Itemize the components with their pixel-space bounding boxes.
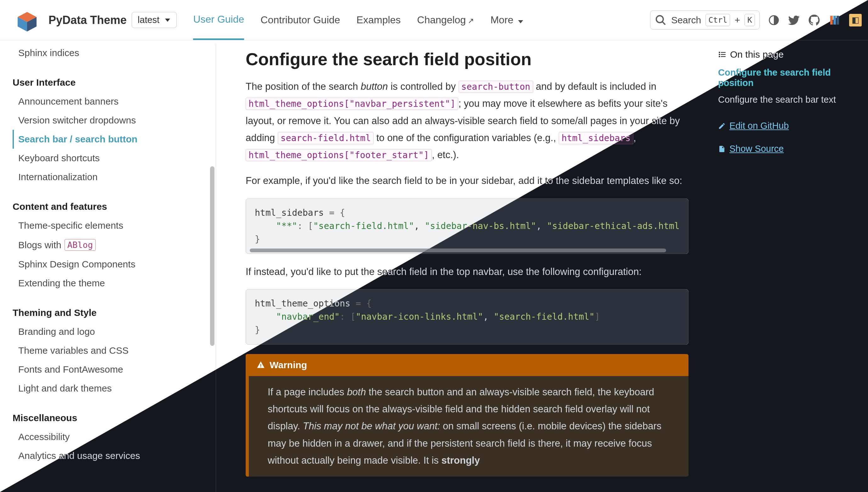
search-button[interactable]: Search Ctrl + K [650, 10, 760, 30]
sidebar-item-i18n[interactable]: Internationalization [13, 168, 209, 187]
pencil-icon [718, 122, 726, 130]
code-literal: html_theme_options["navbar_persistent"] [246, 98, 458, 110]
nav-changelog-label: Changelog [417, 14, 466, 26]
svg-rect-27 [261, 366, 261, 367]
nav-user-guide[interactable]: User Guide [193, 0, 244, 40]
version-label: latest [138, 15, 159, 25]
sidebar-item-extending[interactable]: Extending the theme [13, 274, 209, 293]
sidebar-item-keyboard-shortcuts[interactable]: Keyboard shortcuts [13, 149, 209, 168]
theme-toggle-icon[interactable] [768, 14, 780, 26]
nav-examples[interactable]: Examples [356, 1, 401, 39]
twitter-icon[interactable] [788, 14, 800, 26]
code-literal: search-field.html [278, 132, 374, 144]
list-icon [718, 50, 726, 58]
sidebar-item-sphinx-design[interactable]: Sphinx Design Components [13, 255, 209, 274]
header: PyData Theme latest User Guide Contribut… [0, 0, 868, 40]
sidebar-item-sphinx-indices[interactable]: Sphinx indices [13, 44, 209, 63]
sidebar-item-version-switcher[interactable]: Version switcher dropdowns [13, 111, 209, 130]
svg-line-4 [662, 21, 666, 25]
logo-area[interactable]: PyData Theme [11, 7, 127, 34]
show-source-link[interactable]: Show Source [718, 144, 859, 154]
svg-rect-12 [721, 52, 726, 53]
version-dropdown[interactable]: latest [132, 12, 177, 28]
code-literal: search-button [458, 81, 533, 93]
nav-more[interactable]: More [490, 1, 523, 39]
warning-title: Warning [249, 354, 689, 376]
site-title: PyData Theme [49, 14, 127, 27]
sidebar-item-branding[interactable]: Branding and logo [13, 322, 209, 341]
sidebar-item-fonts[interactable]: Fonts and FontAwesome [13, 360, 209, 379]
ablog-chip: ABlog [65, 239, 96, 251]
search-label: Search [671, 15, 701, 26]
sidebar-item-announcement[interactable]: Announcement banners [13, 92, 209, 111]
chevron-down-icon [165, 19, 170, 22]
chevron-down-icon [518, 20, 523, 23]
code-literal: html_theme_options["footer_start"] [246, 149, 432, 161]
sidebar-item-search-bar[interactable]: Search bar / search button [13, 130, 209, 149]
svg-point-15 [719, 56, 720, 57]
github-icon[interactable] [808, 14, 820, 26]
scrollbar-thumb[interactable] [210, 166, 215, 346]
svg-point-13 [719, 54, 720, 55]
svg-point-3 [656, 16, 663, 22]
sidebar-heading-ui: User Interface [13, 73, 209, 92]
label-text: Blogs with [18, 240, 61, 250]
svg-rect-14 [721, 54, 726, 55]
sidebar-heading-content: Content and features [13, 197, 209, 216]
sidebar-heading-theming: Theming and Style [13, 303, 209, 322]
edit-on-github-link[interactable]: Edit on GitHub [718, 121, 859, 131]
warning-admonition: Warning If a page includes both the sear… [246, 354, 689, 476]
toc-item-configure-text[interactable]: Configure the search bar text [718, 91, 859, 108]
sidebar-item-theme-elements[interactable]: Theme-specific elements [13, 216, 209, 235]
external-link-icon: ↗ [468, 16, 474, 25]
svg-rect-16 [721, 56, 726, 57]
nav-more-label: More [490, 14, 513, 26]
nav-changelog[interactable]: Changelog↗ [417, 1, 474, 39]
search-icon [655, 14, 667, 26]
sidebar-item-blogs-ablog[interactable]: Blogs with ABlog [13, 235, 209, 255]
main-nav: User Guide Contributor Guide Examples Ch… [193, 0, 523, 40]
page-title: Configure the search field position [246, 49, 689, 69]
app-favicon-icon[interactable]: ◧ [849, 14, 862, 26]
kbd-ctrl: Ctrl [705, 14, 730, 26]
file-icon [718, 145, 726, 153]
kbd-plus: + [735, 15, 740, 26]
svg-rect-26 [261, 364, 261, 366]
nav-contributor-guide[interactable]: Contributor Guide [261, 1, 340, 39]
warning-icon [256, 361, 265, 369]
kbd-k: K [745, 14, 755, 26]
right-sidebar: On this page Configure the search field … [711, 40, 868, 492]
sidebar-item-theme-vars[interactable]: Theme variables and CSS [13, 341, 209, 360]
pydata-logo-icon [11, 7, 43, 34]
warning-body: If a page includes both the search butto… [249, 376, 689, 476]
svg-point-11 [719, 52, 720, 53]
